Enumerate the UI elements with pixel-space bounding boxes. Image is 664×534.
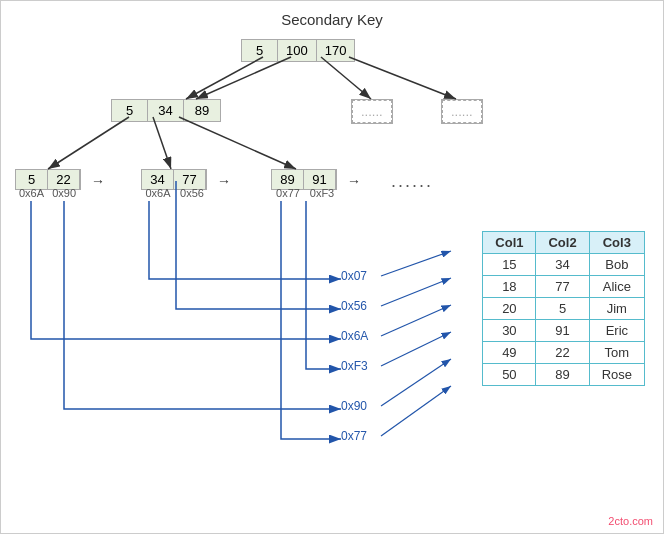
ptr-0x77: 0x77 [341,429,367,443]
cell-3-1: 20 [483,298,536,320]
leaf1-hex1: 0x6A [15,187,48,199]
cell-1-1: 15 [483,254,536,276]
level2-dashed-2: ...... [441,99,483,124]
col-header-1: Col1 [483,232,536,254]
l2-cell-2: 34 [148,100,184,121]
leaf2-hex2: 0x56 [175,187,209,199]
ptr-0xF3: 0xF3 [341,359,368,373]
leaf2-arrow: → [217,173,231,189]
cell-6-2: 89 [536,364,589,386]
col-header-3: Col3 [589,232,644,254]
table-row: 49 22 Tom [483,342,645,364]
level2-dashed-1: ...... [351,99,393,124]
cell-5-1: 49 [483,342,536,364]
leaf1-hex2: 0x90 [48,187,80,199]
root-cell-2: 100 [278,40,317,61]
cell-4-1: 30 [483,320,536,342]
watermark: 2cto.com [608,515,653,527]
cell-1-3: Bob [589,254,644,276]
root-cell-1: 5 [242,40,278,61]
leaf3-arrow: → [347,173,361,189]
l2d1-cell: ...... [352,100,392,123]
ptr-0x6A: 0x6A [341,329,368,343]
l2d2-cell: ...... [442,100,482,123]
data-table: Col1 Col2 Col3 15 34 Bob 18 77 Alice 20 … [482,231,645,386]
cell-5-3: Tom [589,342,644,364]
leaf2-hex1: 0x6A [141,187,175,199]
cell-3-2: 5 [536,298,589,320]
cell-5-2: 22 [536,342,589,364]
leaf3-hex2: 0xF3 [305,187,339,199]
cell-6-1: 50 [483,364,536,386]
middle-dots: ...... [391,171,433,192]
l2-cell-3: 89 [184,100,220,121]
ptr-0x90: 0x90 [341,399,367,413]
cell-3-3: Jim [589,298,644,320]
table-row: 18 77 Alice [483,276,645,298]
table-row: 30 91 Eric [483,320,645,342]
cell-6-3: Rose [589,364,644,386]
ptr-0x56: 0x56 [341,299,367,313]
cell-2-3: Alice [589,276,644,298]
table-row: 15 34 Bob [483,254,645,276]
leaf3-hex1: 0x77 [271,187,305,199]
cell-4-2: 91 [536,320,589,342]
col-header-2: Col2 [536,232,589,254]
l2-cell-1: 5 [112,100,148,121]
table-row: 50 89 Rose [483,364,645,386]
ptr-0x07: 0x07 [341,269,367,283]
cell-1-2: 34 [536,254,589,276]
root-node: 5 100 170 [241,39,355,62]
table-row: 20 5 Jim [483,298,645,320]
cell-2-1: 18 [483,276,536,298]
cell-4-3: Eric [589,320,644,342]
root-cell-3: 170 [317,40,355,61]
cell-2-2: 77 [536,276,589,298]
leaf1-arrow: → [91,173,105,189]
level2-node: 5 34 89 [111,99,221,122]
page-title: Secondary Key [1,11,663,28]
